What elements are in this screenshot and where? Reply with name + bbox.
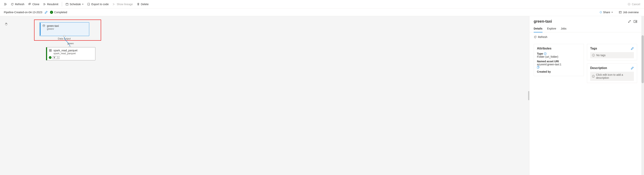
version-number: 1 — [57, 56, 58, 59]
expand-panel-button[interactable] — [628, 20, 631, 23]
attributes-card: Attributes Type i Folder (uri_folder) Na… — [534, 44, 584, 76]
clone-label: Clone — [32, 3, 40, 6]
data-node-green-taxi[interactable]: green-taxi green/ — [40, 22, 89, 36]
panel-refresh-button[interactable]: Refresh — [534, 34, 637, 40]
panel-tabs: Details Explore Jobs — [530, 25, 641, 32]
main-area: green-taxi green/ Data output green spar… — [0, 16, 644, 175]
edit-name-button[interactable] — [44, 11, 48, 14]
refresh-button[interactable]: Refresh — [9, 2, 26, 7]
pencil-icon — [44, 11, 48, 14]
compute-node-spark[interactable]: spark_read_parquet spark_read_parquet ✓ … — [46, 47, 95, 60]
expand-button[interactable] — [2, 2, 8, 7]
status-badge: ✓ Completed — [50, 11, 67, 14]
dataset-icon — [42, 24, 46, 27]
calendar-icon — [66, 3, 68, 6]
edit-description-button[interactable] — [631, 67, 634, 70]
status-label: Completed — [54, 11, 67, 14]
version-prefix: V — [54, 56, 55, 59]
chevron-down-icon: ▾ — [612, 11, 612, 13]
copy-icon — [537, 66, 540, 69]
delete-button[interactable]: Delete — [135, 2, 150, 7]
svg-rect-7 — [49, 49, 50, 50]
lineage-icon — [112, 3, 116, 6]
cancel-label: Cancel — [632, 3, 640, 6]
share-icon — [599, 11, 602, 14]
edit-tags-button[interactable] — [631, 47, 634, 50]
attributes-header: Attributes — [537, 47, 552, 50]
play-icon — [43, 3, 46, 6]
cancel-button: Cancel — [626, 2, 642, 7]
export-label: Export to code — [91, 3, 108, 6]
scrollbar-thumb[interactable] — [642, 35, 644, 83]
compute-node-title: spark_read_parquet — [54, 49, 77, 52]
copy-uri-button[interactable] — [537, 66, 580, 69]
refresh-icon — [11, 3, 14, 6]
node-accent-bar — [46, 47, 47, 60]
overview-label: Job overview — [623, 11, 639, 14]
refresh-icon — [534, 36, 537, 39]
delete-label: Delete — [141, 3, 148, 6]
popout-panel-button[interactable] — [634, 20, 637, 23]
edge-label: green — [68, 42, 74, 45]
svg-rect-9 — [49, 51, 50, 52]
description-header: Description — [590, 66, 607, 70]
no-tags-text: No tags — [596, 54, 606, 57]
cancel-icon — [628, 3, 630, 6]
type-value: Folder (uri_folder) — [537, 55, 580, 58]
check-icon: ✓ — [50, 11, 53, 14]
created-by-label: Created by — [537, 70, 551, 73]
schedule-label: Schedule — [70, 3, 81, 6]
toolbar: Refresh Clone Resubmit Schedule ▾ Export… — [0, 0, 644, 9]
schedule-button[interactable]: Schedule ▾ — [64, 2, 85, 7]
svg-rect-5 — [619, 11, 622, 13]
export-button[interactable]: Export to code — [86, 2, 110, 7]
infobar: Pipeline-Created-on-04-13-2023 ✓ Complet… — [0, 9, 644, 16]
share-button[interactable]: Share ▾ — [597, 10, 614, 15]
popout-icon — [634, 20, 637, 23]
pan-tool-button[interactable] — [4, 22, 8, 26]
data-output-port[interactable] — [64, 35, 65, 37]
data-node-title: green-taxi — [47, 24, 59, 27]
compute-node-subtitle: spark_read_parquet — [54, 52, 93, 55]
chevron-down-icon: ▾ — [82, 3, 83, 5]
svg-rect-8 — [50, 49, 52, 50]
type-label: Type — [537, 52, 543, 55]
svg-rect-13 — [537, 67, 539, 68]
hand-icon — [4, 22, 8, 26]
data-node-subtitle: green/ — [47, 27, 86, 30]
pencil-icon — [631, 67, 634, 70]
tab-details[interactable]: Details — [534, 25, 542, 32]
pencil-icon — [631, 47, 634, 50]
refresh-label: Refresh — [15, 3, 24, 6]
vertical-scrollbar[interactable] — [641, 16, 644, 175]
tab-jobs[interactable]: Jobs — [561, 25, 566, 32]
svg-rect-10 — [50, 51, 52, 52]
info-icon[interactable]: i — [544, 52, 546, 55]
tab-explore[interactable]: Explore — [547, 25, 556, 32]
info-icon: i — [592, 54, 595, 57]
code-file-icon — [87, 3, 90, 6]
details-panel: green-taxi Details Explore Jobs Refresh — [529, 16, 641, 175]
data-output-label: Data output — [58, 37, 71, 40]
tags-header: Tags — [590, 47, 597, 50]
resubmit-button[interactable]: Resubmit — [42, 2, 60, 7]
diagonal-arrows-icon — [628, 20, 631, 23]
resubmit-label: Resubmit — [47, 3, 58, 6]
uri-label: Named asset URI — [537, 60, 559, 63]
pipeline-name: Pipeline-Created-on-04-13-2023 — [4, 11, 42, 14]
component-icon — [49, 49, 52, 52]
pipeline-canvas[interactable]: green-taxi green/ Data output green spar… — [0, 16, 529, 175]
clone-button[interactable]: Clone — [26, 2, 41, 7]
toolbar-separator — [62, 2, 62, 7]
overview-icon — [619, 11, 622, 14]
clone-icon — [28, 3, 31, 6]
tags-card: Tags i No tags — [587, 44, 637, 60]
uri-value: azureml:green-taxi:1 — [537, 63, 562, 66]
panel-title: green-taxi — [534, 19, 552, 24]
trash-icon — [137, 3, 140, 6]
job-overview-button[interactable]: Job overview — [617, 10, 640, 15]
svg-point-6 — [43, 25, 45, 26]
description-placeholder: i Click edit icon to add a description — [590, 72, 634, 81]
lineage-label: Show lineage — [116, 3, 133, 6]
description-placeholder-text: Click edit icon to add a description — [596, 73, 632, 79]
